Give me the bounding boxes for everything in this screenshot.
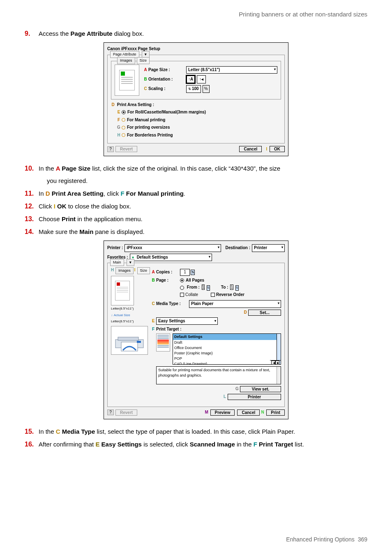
down-arrow-icon: ↓ bbox=[111, 313, 113, 317]
radio-all-pages[interactable] bbox=[180, 278, 184, 282]
preview-button[interactable]: Preview bbox=[210, 409, 235, 416]
step-12: 12. Click I OK to close the dialog box. bbox=[25, 201, 367, 211]
text-bold: Page Size bbox=[60, 165, 90, 172]
step-number: 13. bbox=[25, 214, 39, 224]
letter-h: H bbox=[111, 267, 114, 274]
text: Choose bbox=[39, 215, 62, 222]
option-roll-cassette: For Roll/Cassette/Manual(3mm margins) bbox=[127, 109, 206, 116]
help-icon[interactable]: ? bbox=[107, 409, 114, 415]
text: In the bbox=[39, 428, 56, 435]
letter-f: F bbox=[117, 117, 121, 123]
stepper-icon[interactable]: ⇅ bbox=[207, 285, 210, 290]
page-size-dropdown[interactable]: Letter (8.5"x11") bbox=[186, 66, 277, 74]
collate-label: Collate bbox=[185, 292, 198, 297]
scaling-value: 100 bbox=[192, 86, 199, 92]
text: After confirming that bbox=[39, 441, 95, 448]
scroll-right-icon[interactable]: ▶ bbox=[275, 361, 279, 365]
favorites-value: Default Settings bbox=[137, 254, 168, 261]
inner-tab-size[interactable]: Size bbox=[137, 57, 150, 64]
letter-l: L bbox=[223, 394, 227, 400]
list-item-pop[interactable]: POP bbox=[173, 356, 281, 361]
from-label: From : bbox=[187, 285, 200, 289]
easy-settings-tab[interactable]: Easy Settings bbox=[156, 317, 218, 325]
list-item-office[interactable]: Office Document bbox=[173, 345, 281, 351]
step-14: 14. Make sure the Main pane is displayed… bbox=[25, 227, 367, 236]
letter-ref-f: F bbox=[254, 441, 257, 448]
option-manual-printing: For Manual printing bbox=[127, 117, 165, 123]
copies-input[interactable]: 1 bbox=[180, 269, 190, 276]
list-item-default[interactable]: Default Settings bbox=[173, 334, 281, 340]
cancel-button[interactable]: Cancel bbox=[237, 409, 260, 416]
collate-checkbox[interactable] bbox=[180, 293, 184, 297]
page-size-label: Page Size : bbox=[148, 67, 186, 73]
letter-b: B bbox=[151, 278, 155, 284]
tab-main[interactable]: Main bbox=[110, 259, 124, 266]
page-setup-dialog: Canon iPFxxxx Page Setup Page Attribute … bbox=[104, 42, 288, 156]
print-button[interactable]: Print bbox=[266, 409, 285, 416]
radio-page-range[interactable] bbox=[180, 286, 184, 290]
to-input[interactable]: 1 bbox=[230, 284, 233, 290]
letter-a: A bbox=[151, 269, 155, 275]
orientation-landscape[interactable]: ↑◂ bbox=[197, 75, 206, 83]
reverse-order-checkbox[interactable] bbox=[211, 293, 215, 297]
view-set-button[interactable]: View set. bbox=[240, 386, 281, 392]
inner-tab-images[interactable]: Images bbox=[117, 57, 135, 64]
easy-settings-label: Easy Settings bbox=[158, 318, 185, 324]
radio-borderless[interactable] bbox=[122, 133, 125, 137]
revert-button[interactable]: Revert bbox=[115, 409, 137, 416]
text: Click bbox=[39, 203, 54, 210]
text: list, select the type of paper that is l… bbox=[95, 428, 295, 435]
list-item-draft[interactable]: Draft bbox=[173, 340, 281, 345]
text: list. bbox=[293, 441, 304, 448]
text-bold: For Manual printing bbox=[125, 190, 184, 197]
step-number: 11. bbox=[25, 189, 39, 198]
set-button[interactable]: Set... bbox=[248, 310, 281, 316]
step-number: 14. bbox=[25, 227, 39, 236]
stepper-icon[interactable]: ⇅ bbox=[235, 285, 239, 290]
letter-f: F bbox=[151, 326, 155, 333]
media-type-dropdown[interactable]: Plain Paper bbox=[189, 300, 281, 308]
help-icon[interactable]: ? bbox=[107, 146, 114, 152]
radio-roll-cassette[interactable] bbox=[122, 110, 126, 114]
printer-label: Printer : bbox=[107, 245, 123, 251]
text: In bbox=[39, 190, 46, 197]
text: is selected, click bbox=[142, 441, 190, 448]
letter-i: I bbox=[265, 146, 269, 153]
scrollbar[interactable] bbox=[277, 334, 281, 364]
print-target-list[interactable]: Default Settings Draft Office Document P… bbox=[173, 333, 281, 365]
orientation-portrait[interactable]: ↑A bbox=[186, 75, 195, 83]
scaling-input[interactable]: ⇅ 100 bbox=[186, 85, 201, 93]
text-bold: OK bbox=[55, 203, 67, 210]
list-item-poster[interactable]: Poster (Graphic Image) bbox=[173, 351, 281, 356]
stepper-icon[interactable]: ⇅ bbox=[191, 270, 195, 275]
text: pane is displayed. bbox=[93, 228, 144, 235]
all-pages-text: All Pages bbox=[186, 278, 204, 282]
printer-dropdown[interactable]: iPFxxxx bbox=[125, 244, 221, 252]
step-number: 10. bbox=[25, 164, 39, 173]
favorites-dropdown[interactable]: ● Default Settings bbox=[130, 254, 212, 261]
destination-dropdown[interactable]: Printer bbox=[252, 244, 285, 252]
step-15: 15. In the C Media Type list, select the… bbox=[25, 427, 367, 436]
tab-dropdown-icon[interactable]: ▾ bbox=[127, 259, 134, 266]
step-text: Make sure the Main pane is displayed. bbox=[39, 227, 367, 236]
scrollbar[interactable] bbox=[277, 367, 281, 384]
footer-title: Enhanced Printing Options bbox=[286, 536, 355, 543]
letter-g: G bbox=[235, 386, 239, 392]
from-input[interactable]: 1 bbox=[202, 284, 205, 290]
cancel-button[interactable]: Cancel bbox=[239, 146, 262, 152]
step-11: 11. In D Print Area Setting, click F For… bbox=[25, 189, 367, 198]
inner-tab-images[interactable]: Images bbox=[115, 267, 134, 274]
letter-b: B bbox=[143, 76, 148, 83]
revert-button[interactable]: Revert bbox=[115, 146, 137, 152]
scaling-label: Scaling : bbox=[148, 86, 186, 92]
radio-oversizes[interactable] bbox=[122, 126, 125, 130]
ok-button[interactable]: OK bbox=[270, 146, 285, 152]
list-item-cad[interactable]: CAD (Line Drawing) bbox=[173, 361, 281, 365]
scroll-left-icon[interactable]: ◀ bbox=[271, 361, 275, 365]
step-text: Click I OK to close the dialog box. bbox=[39, 202, 367, 211]
actual-size-row: ↓ Actual Size bbox=[111, 312, 148, 318]
printer-button[interactable]: Printer bbox=[228, 394, 281, 400]
radio-manual-printing[interactable] bbox=[122, 118, 125, 122]
inner-tab-size[interactable]: Size bbox=[137, 267, 150, 274]
svg-rect-3 bbox=[137, 341, 141, 343]
